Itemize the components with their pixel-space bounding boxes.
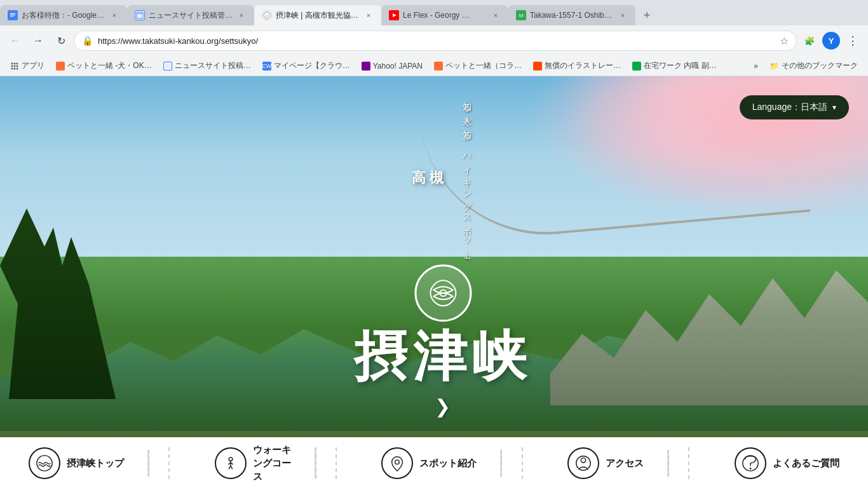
bookmark-news[interactable]: ニュースサイト投稿… bbox=[158, 59, 256, 72]
nav-divider-4 bbox=[688, 447, 689, 479]
chrome-menu-button[interactable]: ⋮ bbox=[843, 30, 863, 51]
nav-label-walking: ウォーキングコース bbox=[253, 443, 291, 483]
language-chevron-icon: ▾ bbox=[832, 103, 836, 112]
bookmark-work-label: 在宅ワーク 内職 副… bbox=[644, 60, 717, 71]
url-text: https://www.takatsuki-kankou.org/settsuk… bbox=[98, 36, 775, 46]
tab-settsukyo[interactable]: ∞ 摂津峡 | 高槻市観光協会公式サイ… × bbox=[254, 5, 381, 25]
bookmark-work-favicon bbox=[632, 62, 641, 71]
tab-settsukyo-title: 摂津峡 | 高槻市観光協会公式サイ… bbox=[276, 10, 360, 21]
back-button[interactable]: ← bbox=[5, 30, 25, 51]
folder-icon: 📁 bbox=[770, 62, 779, 71]
svg-rect-1 bbox=[10, 13, 15, 14]
tab-docs-close[interactable]: × bbox=[109, 10, 119, 20]
reload-button[interactable]: ↻ bbox=[51, 30, 71, 51]
bookmark-pet1-label: ペットと一緒 -犬・OK… bbox=[67, 60, 152, 71]
tab-docs-title: お客様特徴：- Google Docs bbox=[22, 10, 105, 21]
nav-divider-3 bbox=[522, 447, 523, 479]
tab-news[interactable]: ニュースサイト投稿管理システム × bbox=[127, 5, 254, 25]
tab-docs[interactable]: お客様特徴：- Google Docs × bbox=[0, 5, 127, 25]
apps-icon bbox=[10, 62, 19, 71]
nav-icon-wave bbox=[29, 447, 60, 479]
svg-rect-4 bbox=[136, 11, 144, 19]
access-icon bbox=[574, 454, 592, 472]
nav-label-top: 摂津峡トップ bbox=[67, 456, 124, 470]
language-label: Language：日本語 bbox=[752, 102, 827, 113]
bookmark-pet1-favicon bbox=[56, 62, 65, 71]
tab-news-close[interactable]: × bbox=[236, 10, 247, 20]
nav-item-walking[interactable]: ウォーキングコース bbox=[202, 437, 304, 488]
bookmarks-manager[interactable]: 📁 その他のブックマーク bbox=[764, 59, 863, 72]
bookmark-yahoo[interactable]: Yahoo! JAPAN bbox=[356, 60, 428, 72]
bottom-navigation: 摂津峡トップ ウォーキングコース bbox=[0, 437, 868, 488]
bookmark-illust[interactable]: 無償のイラストレー… bbox=[528, 59, 626, 72]
svg-point-17 bbox=[14, 65, 16, 67]
bookmark-pet2[interactable]: ペットと一緒（コラ… bbox=[429, 59, 527, 72]
svg-point-18 bbox=[17, 65, 18, 67]
nav-item-access[interactable]: アクセス bbox=[555, 441, 656, 485]
tab-settsukyo-close[interactable]: × bbox=[363, 10, 374, 20]
settsukyo-logo-svg bbox=[424, 274, 462, 312]
svg-point-14 bbox=[14, 62, 16, 64]
bookmark-pet1[interactable]: ペットと一緒 -犬・OK… bbox=[51, 59, 157, 72]
hero-content: 高槻 知る人ぞ知る、ハイキングスポット! 摂津峡 ❯ bbox=[354, 95, 531, 417]
bookmark-news-label: ニュースサイト投稿… bbox=[175, 60, 251, 71]
bookmarks-more-button[interactable]: » bbox=[749, 60, 763, 72]
tab-maps-title: Takawa-1557-1 Oshibedanichō… bbox=[530, 11, 614, 20]
scroll-arrow[interactable]: ❯ bbox=[354, 396, 531, 418]
browser-chrome: お客様特徴：- Google Docs × ニュースサイト投稿管理システム × … bbox=[0, 0, 868, 76]
hero-main-title: 摂津峡 bbox=[354, 327, 531, 386]
svg-point-15 bbox=[17, 62, 18, 64]
bookmark-yahoo-label: Yahoo! JAPAN bbox=[373, 62, 423, 71]
security-icon: 🔒 bbox=[82, 36, 93, 46]
extensions-button[interactable]: 🧩 bbox=[799, 30, 820, 51]
nav-item-top[interactable]: 摂津峡トップ bbox=[16, 441, 137, 485]
tab-youtube-close[interactable]: × bbox=[491, 10, 501, 20]
favicon-youtube bbox=[389, 10, 399, 20]
location-icon bbox=[388, 454, 406, 472]
favicon-docs bbox=[8, 10, 18, 20]
tab-youtube[interactable]: Le Flex - Georgy Porgy - Y… 🔇 × bbox=[381, 5, 508, 25]
forward-button[interactable]: → bbox=[28, 30, 48, 51]
bookmark-pet2-favicon bbox=[434, 62, 443, 71]
address-bar[interactable]: 🔒 https://www.takatsuki-kankou.org/setts… bbox=[74, 30, 797, 51]
bookmark-apps-label: アプリ bbox=[22, 60, 44, 71]
tab-maps[interactable]: M Takawa-1557-1 Oshibedanichō… × bbox=[508, 5, 635, 25]
svg-point-31 bbox=[581, 458, 585, 462]
bookmark-illust-favicon bbox=[533, 62, 542, 71]
svg-rect-6 bbox=[137, 13, 142, 14]
hero-subtitle-vertical: 知る人ぞ知る、ハイキングスポット! bbox=[460, 95, 474, 261]
favicon-news bbox=[135, 10, 145, 20]
tab-maps-close[interactable]: × bbox=[618, 10, 628, 20]
svg-point-16 bbox=[11, 65, 13, 67]
bookmark-apps[interactable]: アプリ bbox=[5, 59, 50, 72]
bookmark-work[interactable]: 在宅ワーク 内職 副… bbox=[627, 59, 722, 72]
page-content: Language：日本語 ▾ 高槻 知る人ぞ知る、ハイキングスポット! 摂津峡 bbox=[0, 76, 868, 488]
svg-line-28 bbox=[229, 465, 231, 469]
bookmark-mypage-label: マイページ【クラウ… bbox=[274, 60, 350, 71]
svg-point-13 bbox=[11, 62, 13, 64]
bookmark-my-page[interactable]: CW マイページ【クラウ… bbox=[257, 59, 355, 72]
nav-bar: ← → ↻ 🔒 https://www.takatsuki-kankou.org… bbox=[0, 25, 868, 56]
profile-button[interactable]: Y bbox=[822, 32, 840, 50]
nav-divider-2 bbox=[336, 447, 337, 479]
hero-section: Language：日本語 ▾ 高槻 知る人ぞ知る、ハイキングスポット! 摂津峡 bbox=[0, 76, 868, 437]
tab-news-title: ニュースサイト投稿管理システム bbox=[149, 10, 233, 21]
new-tab-button[interactable]: + bbox=[638, 6, 656, 24]
nav-item-spots[interactable]: スポット紹介 bbox=[369, 441, 489, 485]
nav-icon-faq bbox=[735, 447, 766, 479]
favicon-settsukyo: ∞ bbox=[262, 10, 272, 20]
favicon-maps: M bbox=[516, 10, 526, 20]
nav-label-spots: スポット紹介 bbox=[419, 456, 477, 470]
tab-bar: お客様特徴：- Google Docs × ニュースサイト投稿管理システム × … bbox=[0, 0, 868, 25]
youtube-mute-icon[interactable]: 🔇 bbox=[477, 10, 487, 20]
nav-item-faq[interactable]: よくあるご質問 bbox=[722, 441, 852, 485]
faq-icon bbox=[742, 454, 759, 472]
nav-label-faq: よくあるご質問 bbox=[773, 456, 839, 470]
bookmarks-manager-label: その他のブックマーク bbox=[782, 60, 858, 71]
nav-icon-location bbox=[381, 447, 413, 479]
svg-point-20 bbox=[14, 67, 16, 69]
language-selector[interactable]: Language：日本語 ▾ bbox=[740, 95, 849, 119]
tab-youtube-title: Le Flex - Georgy Porgy - Y… bbox=[403, 11, 473, 20]
svg-text:∞: ∞ bbox=[266, 14, 268, 18]
bookmark-star-icon[interactable]: ☆ bbox=[780, 35, 789, 47]
